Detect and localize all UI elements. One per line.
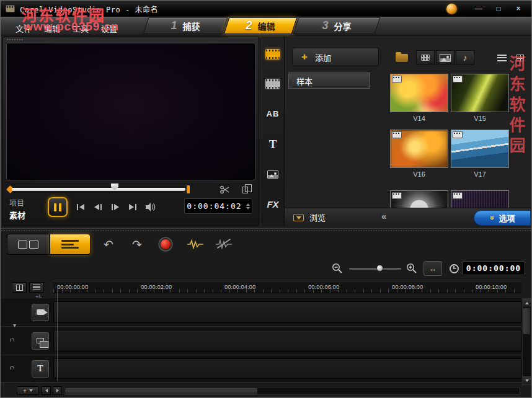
undo-button[interactable]: ↶ [99,235,118,254]
maximize-button[interactable]: □ [490,3,507,14]
filter-video-button[interactable] [416,50,435,65]
scrubber-track[interactable] [12,188,185,191]
filter-category-button[interactable]: FX [262,192,283,216]
video-track-button[interactable] [32,304,49,321]
timeline-view-button[interactable] [50,234,91,255]
video-badge-icon [453,131,463,138]
menu-file[interactable]: 文件 [16,22,32,34]
tab-edit-active[interactable]: 2 编辑 [224,17,298,34]
volume-button[interactable] [143,201,159,213]
record-capture-button[interactable] [156,235,175,254]
add-folder-button[interactable]: + 添加 [292,48,379,66]
ripple-clock-button[interactable] [446,261,462,276]
zoom-out-button[interactable] [329,261,345,276]
trim-end-handle[interactable] [187,185,190,193]
title-ab-category-button[interactable]: AB [262,101,283,126]
filter-photo-button[interactable] [436,50,454,65]
list-view-button[interactable] [494,51,509,64]
timeline-timecode[interactable]: 0:00:00:00 [462,261,525,275]
transition-category-button[interactable] [262,71,283,96]
magnifier-plus-icon [406,263,417,274]
options-button[interactable]: « 选项 [474,210,531,226]
media-thumbnail-v15[interactable] [451,74,509,112]
previous-frame-button[interactable] [90,201,106,213]
vertical-scrollbar-thumb[interactable] [523,308,530,334]
library-panel: + 添加 ♪ 样本 V14 V15 V16 V17 浏览 « [285,37,531,226]
timecode-spinner[interactable] [246,203,250,210]
sample-folder-label: 样本 [296,75,313,87]
chevron-down-icon [29,389,33,392]
browse-button[interactable]: 浏览 [293,211,326,223]
library-folder-sample[interactable]: 样本 [288,73,370,89]
pause-button[interactable] [48,197,68,217]
go-to-end-button[interactable] [125,201,141,213]
slider-thumb[interactable] [376,265,383,272]
title-track-lane[interactable] [53,358,521,379]
tab-capture[interactable]: 1 捕获 [143,17,228,34]
storyboard-view-button[interactable] [7,234,50,255]
track-chevron-icon[interactable]: ▾ [13,322,16,329]
timeline-ruler[interactable]: 00:00:00:00 00:00:02:00 00:00:04:00 00:0… [53,281,521,293]
timeline-grip-handle[interactable] [1,229,532,232]
close-button[interactable]: × [510,3,526,14]
video-badge-icon [392,76,402,82]
fit-project-button[interactable]: ↔ [423,261,442,276]
track-manager-button[interactable] [12,282,27,293]
overlay-track-lane[interactable] [53,330,521,352]
video-filter-icon [421,55,430,61]
menu-edit[interactable]: 编辑 [44,22,60,34]
track-manager-icon [16,285,23,291]
scroll-up-button[interactable] [523,299,531,307]
video-track-lane[interactable] [53,301,521,323]
filter-audio-button[interactable]: ♪ [456,50,474,65]
sound-mixer-button[interactable] [185,235,205,254]
collapse-library-button[interactable]: « [381,211,386,221]
video-camera-icon [37,309,45,315]
title-track-button[interactable]: T [32,360,49,378]
go-to-start-button[interactable] [73,201,89,213]
preview-timecode[interactable]: 0:00:04:02 [184,198,252,214]
scroll-down-button[interactable] [523,376,531,384]
video-track-row [1,298,521,327]
video-badge-icon [453,192,463,199]
graphics-category-button[interactable] [262,162,283,187]
scrubber-playhead[interactable] [111,184,118,190]
media-thumbnail-v14[interactable] [390,74,448,112]
horizontal-scrollbar[interactable] [64,387,520,395]
enlarge-preview-button[interactable] [237,184,252,195]
clock-icon [450,264,459,273]
add-track-button[interactable]: + [17,386,39,395]
preview-timecode-value: 0:00:04:02 [187,201,241,211]
step-label-edit: 编辑 [258,20,275,32]
overlay-track-button[interactable] [32,332,49,350]
track-list-button[interactable] [29,282,44,293]
timeline-zoom-slider[interactable] [349,267,401,270]
panel-grip-handle[interactable] [6,38,24,42]
vertical-scrollbar[interactable] [522,298,531,385]
titlebar: Corel VideoStudio Pro - 未命名 — □ × [1,1,531,17]
zoom-in-button[interactable] [404,261,420,276]
tab-share[interactable]: 3 分享 [293,17,381,34]
minimize-button[interactable]: — [471,3,487,14]
horizontal-scrollbar-thumb[interactable] [65,388,257,394]
clip-mode-label[interactable]: 素材 [9,209,25,221]
video-badge-icon [453,76,463,82]
project-mode-label[interactable]: 项目 [9,197,25,208]
next-frame-button[interactable] [107,201,123,213]
redo-button[interactable]: ↷ [127,235,147,254]
scroll-left-button[interactable] [42,386,51,395]
import-media-button[interactable] [391,50,412,65]
media-category-button[interactable] [262,42,283,66]
scroll-right-button[interactable] [53,386,62,395]
split-clip-button[interactable] [218,184,233,195]
media-thumbnail-v17[interactable] [451,130,509,168]
menu-tools[interactable]: 工具 [73,22,89,34]
music-note-icon: ♪ [463,53,468,63]
auto-music-button[interactable] [214,235,234,254]
menu-settings[interactable]: 设置 [101,22,117,34]
thumbnail-view-button[interactable] [513,51,528,64]
media-thumbnail-v16[interactable] [390,130,448,168]
title-category-button[interactable]: T [262,132,283,157]
storyboard-icon [18,241,38,249]
playback-mode-labels: 项目 素材 [9,197,25,221]
